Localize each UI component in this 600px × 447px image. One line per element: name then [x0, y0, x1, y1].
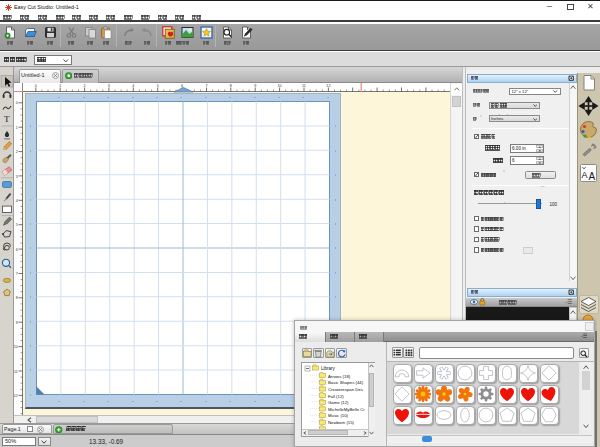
svg-text:10: 10: [14, 345, 18, 349]
svg-text:2: 2: [84, 84, 86, 88]
svg-text:Basic Shapes (44): Basic Shapes (44): [328, 380, 364, 385]
svg-text:MichelleMyBelle Cr: MichelleMyBelle Cr: [328, 407, 365, 412]
svg-text:T: T: [4, 114, 10, 124]
svg-text:9: 9: [16, 321, 18, 325]
svg-text:4: 4: [132, 84, 134, 88]
svg-text:Arrows (18): Arrows (18): [328, 374, 351, 379]
svg-text:12: 12: [14, 394, 18, 398]
svg-text:1: 1: [59, 84, 61, 88]
svg-text:9: 9: [254, 84, 256, 88]
svg-text:6: 6: [16, 248, 18, 252]
svg-text:11: 11: [302, 84, 306, 88]
svg-text:8: 8: [16, 296, 18, 300]
svg-text:0: 0: [35, 84, 37, 88]
svg-text:10: 10: [278, 84, 282, 88]
svg-text:5: 5: [157, 84, 159, 88]
svg-text:0: 0: [16, 101, 18, 105]
svg-text:7: 7: [16, 272, 18, 276]
svg-text:2: 2: [16, 150, 18, 154]
svg-text:Library: Library: [321, 366, 336, 371]
svg-text:3: 3: [16, 175, 18, 179]
svg-text:8: 8: [230, 84, 232, 88]
svg-text:7: 7: [205, 84, 207, 88]
svg-text:Game (12): Game (12): [328, 400, 349, 405]
svg-text:Music (10): Music (10): [328, 413, 349, 418]
svg-text:4: 4: [16, 199, 18, 203]
svg-text:5: 5: [16, 223, 18, 227]
svg-text:A: A: [588, 171, 595, 182]
svg-text:Fall (12): Fall (12): [328, 394, 344, 399]
svg-text:3: 3: [108, 84, 110, 88]
svg-text:12: 12: [326, 84, 330, 88]
svg-text:11: 11: [14, 370, 18, 374]
svg-text:Createrespan Des: Createrespan Des: [328, 387, 363, 392]
svg-text:A: A: [582, 170, 588, 180]
svg-text:Newborn (15): Newborn (15): [328, 420, 355, 425]
svg-text:1: 1: [16, 126, 18, 130]
